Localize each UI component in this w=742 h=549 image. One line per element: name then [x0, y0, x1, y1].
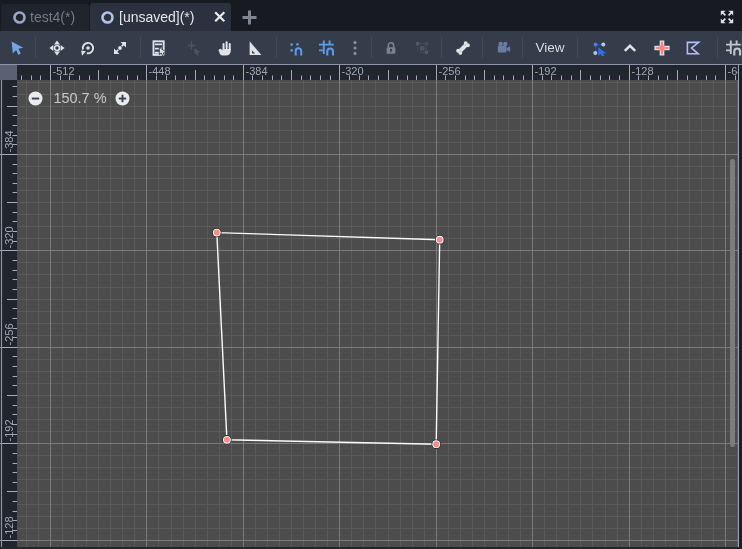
- svg-text:-384: -384: [3, 130, 15, 152]
- svg-text:-256: -256: [3, 323, 15, 345]
- svg-text:-384: -384: [246, 65, 268, 77]
- svg-text:-320: -320: [3, 226, 15, 248]
- svg-text:-192: -192: [535, 65, 557, 77]
- svg-text:-128: -128: [632, 65, 654, 77]
- svg-text:-320: -320: [342, 65, 364, 77]
- svg-text:-128: -128: [3, 516, 15, 538]
- svg-text:-448: -448: [149, 65, 171, 77]
- svg-text:-512: -512: [53, 65, 75, 77]
- svg-text:-256: -256: [439, 65, 461, 77]
- svg-text:-192: -192: [3, 419, 15, 441]
